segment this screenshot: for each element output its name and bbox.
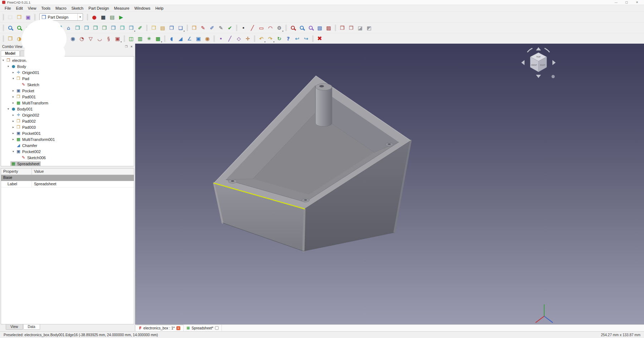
- tree-item-sketch006[interactable]: ✎Sketch006: [1, 155, 134, 161]
- value-column-header[interactable]: Value: [32, 168, 46, 175]
- mirrored-button[interactable]: ◫: [127, 34, 135, 43]
- tree-expander[interactable]: ▸: [11, 119, 15, 123]
- macro-dialog-button[interactable]: ▤: [108, 13, 116, 21]
- enclosure-model[interactable]: [214, 76, 411, 251]
- dropdown-caret-icon[interactable]: ▾: [121, 40, 122, 43]
- view-fit-selection-button[interactable]: [15, 24, 23, 32]
- chamfer-button[interactable]: ◢: [176, 34, 185, 43]
- tree-item-pocket[interactable]: ▸▣Pocket: [1, 88, 134, 94]
- tree-item-body[interactable]: ▾●Body: [1, 63, 134, 69]
- create-body-button[interactable]: ❒: [190, 24, 198, 32]
- dropdown-caret-icon[interactable]: ▾: [184, 30, 185, 32]
- tree-item-origin001[interactable]: ▸✛Origin001: [1, 69, 134, 75]
- tab-data[interactable]: Data: [23, 324, 40, 330]
- select-back-button[interactable]: ↩: [293, 34, 301, 43]
- create-sketch-button[interactable]: ✎: [199, 24, 207, 32]
- close-panel-icon[interactable]: ✕: [130, 45, 133, 48]
- menu-part-design[interactable]: Part Design: [86, 6, 111, 11]
- save-button[interactable]: ▣: [24, 13, 32, 21]
- link-make-button[interactable]: ❐: [167, 24, 176, 32]
- menu-macro[interactable]: Macro: [53, 6, 69, 11]
- box-select-button[interactable]: ▧: [316, 24, 324, 32]
- document-tab-electronics-box-1[interactable]: Felectronics_box : 1*✕: [136, 325, 184, 331]
- tree-expander[interactable]: ▾: [11, 77, 15, 80]
- navigation-cube[interactable]: TOP FRONT RIGHT: [521, 47, 556, 78]
- view-rear-button[interactable]: ❒: [100, 24, 108, 32]
- open-file-button[interactable]: ❒: [15, 13, 23, 21]
- menu-view[interactable]: View: [25, 6, 39, 11]
- tree-expander[interactable]: ▸: [11, 95, 15, 98]
- tree-expander[interactable]: ▸: [11, 89, 15, 92]
- workbench-caret-icon[interactable]: ▾: [77, 14, 81, 20]
- tree-expander[interactable]: ▸: [11, 132, 15, 135]
- tree-item-multitransform001[interactable]: ▸▩MultiTransform001: [1, 136, 134, 142]
- tree-expander[interactable]: ▾: [11, 150, 15, 153]
- zoom-out-button[interactable]: [298, 24, 306, 32]
- tree-expander[interactable]: ▸: [11, 113, 15, 117]
- subtractive-pipe-button[interactable]: ◡: [96, 34, 104, 43]
- link-select-button[interactable]: ❒: [338, 24, 346, 32]
- tree-item-chamfer[interactable]: ◢Chamfer: [1, 142, 134, 148]
- tree-item-pad003[interactable]: ▸❒Pad003: [1, 124, 134, 130]
- tree-expander[interactable]: ▾: [6, 107, 10, 111]
- tree-item-pad001[interactable]: ▸❒Pad001: [1, 94, 134, 100]
- groove-button[interactable]: ◔: [78, 34, 86, 43]
- subtractive-helix-button[interactable]: §: [104, 34, 113, 43]
- view-right-button[interactable]: ❒: [91, 24, 99, 32]
- draft-button[interactable]: ∠: [185, 34, 194, 43]
- property-group-base[interactable]: Base: [1, 175, 134, 181]
- tree-item-electronics-box[interactable]: ▾❐electronics_box: [1, 57, 134, 63]
- menu-tools[interactable]: Tools: [39, 6, 53, 11]
- close-icon[interactable]: ✕: [636, 1, 638, 4]
- tab-model[interactable]: Model: [1, 50, 20, 56]
- maximize-icon[interactable]: ▢: [625, 1, 628, 4]
- local-cs-button[interactable]: ✛: [244, 34, 252, 43]
- dropdown-caret-icon[interactable]: ▾: [161, 40, 162, 43]
- sketch-tools-button[interactable]: ⚙▾: [275, 24, 283, 32]
- menu-windows[interactable]: Windows: [132, 6, 153, 11]
- dropdown-caret-icon[interactable]: ▾: [282, 30, 283, 32]
- tree-expander[interactable]: ▸: [11, 101, 15, 104]
- redo-button[interactable]: ↷▾: [266, 34, 274, 43]
- hole-button[interactable]: ◉: [69, 34, 77, 43]
- fillet-button[interactable]: ◖: [167, 34, 176, 43]
- select-forward-button[interactable]: ↪: [302, 34, 310, 43]
- view-left-button[interactable]: ❒: [118, 24, 126, 32]
- menu-measure[interactable]: Measure: [112, 6, 132, 11]
- link-group-button[interactable]: ❏▾: [176, 24, 185, 32]
- float-panel-icon[interactable]: ❐: [125, 45, 127, 48]
- property-column-header[interactable]: Property: [1, 168, 32, 175]
- pad-button[interactable]: ❒: [6, 34, 14, 43]
- select-elements-button[interactable]: ▨: [325, 24, 333, 32]
- navcube-menu-icon[interactable]: [552, 75, 555, 78]
- multitransform-button[interactable]: ▩▾: [154, 34, 162, 43]
- refresh-button[interactable]: ↻: [275, 34, 283, 43]
- navcube-arrow-left-icon[interactable]: [521, 60, 525, 65]
- property-row-label[interactable]: LabelSpreadsheet: [1, 181, 134, 187]
- tree-item-pocket001[interactable]: ▸▣Pocket001: [1, 130, 134, 136]
- combo-view-header[interactable]: Combo View ❐ ✕: [0, 44, 135, 50]
- create-part-button[interactable]: ❒: [150, 24, 158, 32]
- document-tab-spreadsheet[interactable]: ▦Spreadsheet*: [184, 325, 222, 331]
- view-home-button[interactable]: ⌂: [64, 24, 73, 32]
- stop-button[interactable]: ✖: [316, 34, 324, 43]
- dropdown-caret-icon[interactable]: ▾: [264, 40, 265, 43]
- tab-view[interactable]: View: [6, 324, 23, 330]
- tree-item-pocket002[interactable]: ▾▣Pocket002: [1, 148, 134, 155]
- subtractive-primitive-button[interactable]: ▣▾: [113, 34, 122, 43]
- macro-stop-button[interactable]: ■: [99, 13, 107, 21]
- polar-pattern-button[interactable]: ✳: [145, 34, 153, 43]
- thickness-button[interactable]: ▣: [194, 34, 203, 43]
- create-group-button[interactable]: ▤: [158, 24, 167, 32]
- measure-distance-button[interactable]: ✐: [136, 24, 144, 32]
- point-button[interactable]: •: [239, 24, 248, 32]
- view-fit-all-button[interactable]: [6, 24, 14, 32]
- map-sketch-button[interactable]: ✎: [217, 24, 225, 32]
- zoom-in-button[interactable]: [289, 24, 297, 32]
- box-zoom-button[interactable]: [307, 24, 315, 32]
- tree-expander[interactable]: ▸: [11, 71, 15, 74]
- undo-button[interactable]: ↶▾: [257, 34, 265, 43]
- macro-record-button[interactable]: ●: [90, 13, 98, 21]
- tree-item-sketch[interactable]: ✎Sketch: [1, 82, 134, 88]
- persp-ortho-button[interactable]: ◩: [365, 24, 373, 32]
